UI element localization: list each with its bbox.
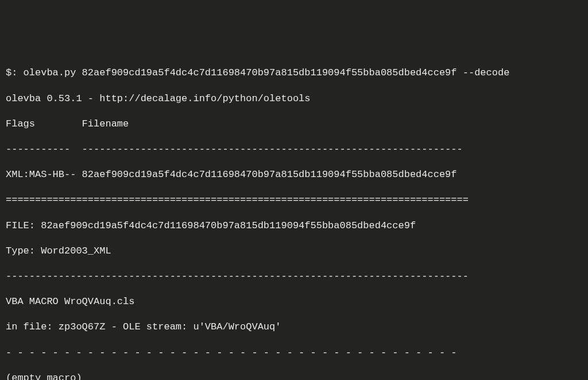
terminal-line: FILE: 82aef909cd19a5f4dc4c7d11698470b97a…: [6, 220, 582, 232]
terminal-line: ========================================…: [6, 194, 582, 206]
terminal-line: Type: Word2003_XML: [6, 245, 582, 258]
terminal-output[interactable]: $: olevba.py 82aef909cd19a5f4dc4c7d11698…: [6, 54, 582, 380]
terminal-line: XML:MAS-HB-- 82aef909cd19a5f4dc4c7d11698…: [6, 168, 582, 181]
terminal-line: VBA MACRO WroQVAuq.cls: [6, 295, 582, 308]
terminal-line: ----------- ----------------------------…: [6, 143, 582, 156]
terminal-line: olevba 0.53.1 - http://decalage.info/pyt…: [6, 93, 582, 105]
terminal-line: (empty macro): [6, 372, 582, 380]
terminal-line: ----------------------------------------…: [6, 270, 582, 283]
terminal-line: $: olevba.py 82aef909cd19a5f4dc4c7d11698…: [6, 67, 582, 79]
terminal-line: in file: zp3oQ67Z - OLE stream: u'VBA/Wr…: [6, 321, 582, 333]
terminal-line: - - - - - - - - - - - - - - - - - - - - …: [6, 347, 582, 359]
terminal-line: Flags Filename: [6, 118, 582, 130]
